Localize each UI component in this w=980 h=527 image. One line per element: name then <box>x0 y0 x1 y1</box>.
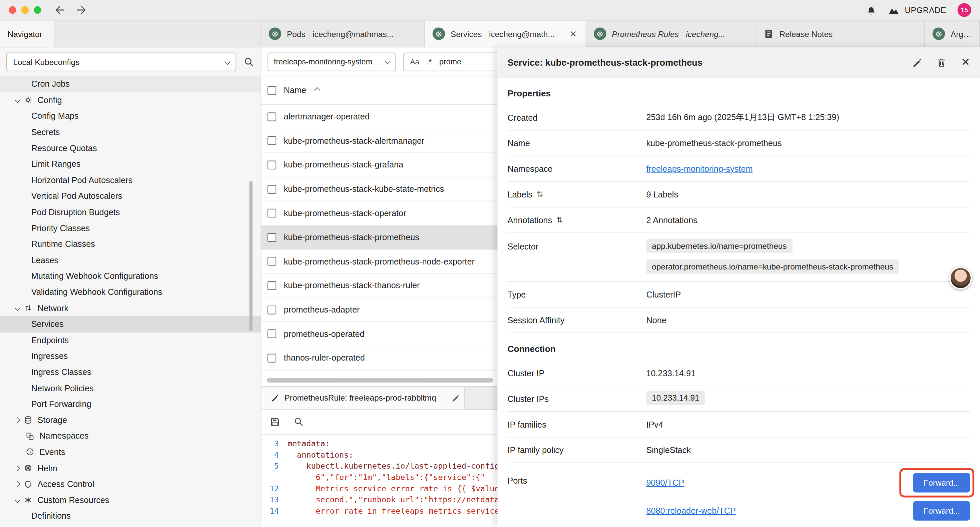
minimize-window-button[interactable] <box>21 6 29 14</box>
name-column-header[interactable]: Name <box>284 86 306 95</box>
floating-avatar[interactable] <box>949 267 972 289</box>
sort-ascending-icon[interactable] <box>314 87 321 93</box>
tab-prometheus-rules[interactable]: ☸ Prometheus Rules - icecheng... <box>586 21 757 47</box>
sidebar-item-resource-quotas[interactable]: Resource Quotas <box>0 140 261 156</box>
row-checkbox[interactable] <box>267 209 276 218</box>
sidebar-item-pod-disruption-budgets[interactable]: Pod Disruption Budgets <box>0 204 261 220</box>
forward-button-9090[interactable]: Forward... <box>913 473 970 492</box>
drawer-title: Service: kube-prometheus-stack-prometheu… <box>508 57 702 67</box>
sidebar-item-endpoints[interactable]: Endpoints <box>0 332 261 348</box>
port-link-9090[interactable]: 9090/TCP <box>646 478 684 487</box>
properties-heading: Properties <box>508 77 970 105</box>
sidebar-scrollbar[interactable] <box>250 181 253 331</box>
labels-row: Labels⇅ 9 Labels <box>508 182 970 207</box>
chevron-right-icon <box>14 465 20 471</box>
sidebar-item-limit-ranges[interactable]: Limit Ranges <box>0 156 261 172</box>
row-checkbox[interactable] <box>267 233 276 242</box>
resource-tree: Cron Jobs Config Config Maps Secrets Res… <box>0 76 261 524</box>
expand-updown-icon[interactable]: ⇅ <box>556 215 563 224</box>
kubernetes-cluster-icon: ☸ <box>594 27 606 40</box>
namespace-link[interactable]: freeleaps-monitoring-system <box>646 164 752 174</box>
sidebar-item-config-maps[interactable]: Config Maps <box>0 108 261 124</box>
search-value: prome <box>439 57 461 66</box>
close-window-button[interactable] <box>9 6 16 14</box>
navigator-sidebar: Local Kubeconfigs Cron Jobs Config Confi… <box>0 47 261 527</box>
close-icon[interactable]: ✕ <box>961 56 970 69</box>
dock-tab-prometheusrule[interactable]: PrometheusRule: freeleaps-prod-rabbitmq <box>261 387 446 409</box>
forward-icon[interactable] <box>76 5 88 15</box>
row-checkbox[interactable] <box>267 257 276 266</box>
sidebar-item-priority-classes[interactable]: Priority Classes <box>0 220 261 236</box>
sidebar-item-port-forwarding[interactable]: Port Forwarding <box>0 396 261 412</box>
notifications-bell-icon[interactable] <box>866 5 876 15</box>
sidebar-group-helm[interactable]: Helm <box>0 460 261 476</box>
expand-updown-icon[interactable]: ⇅ <box>537 190 543 199</box>
delete-trash-icon[interactable] <box>937 57 946 67</box>
cluster-ip-value: 10.233.14.91 <box>646 369 970 378</box>
tab-close-icon[interactable]: ✕ <box>568 29 578 39</box>
cluster-ips-chip: 10.233.14.91 <box>646 390 705 405</box>
row-checkbox[interactable] <box>267 161 276 169</box>
sidebar-item-network-policies[interactable]: Network Policies <box>0 380 261 396</box>
upgrade-button[interactable]: UPGRADE <box>887 5 946 15</box>
navigator-title: Navigator <box>0 21 55 47</box>
edit-pencil-icon[interactable] <box>912 57 922 67</box>
sidebar-item-namespaces[interactable]: Namespaces <box>0 428 261 444</box>
sidebar-group-storage[interactable]: Storage <box>0 412 261 428</box>
sidebar-item-cron-jobs[interactable]: Cron Jobs <box>0 76 261 92</box>
helm-wheel-icon <box>24 463 32 472</box>
type-row: Type ClusterIP <box>508 282 970 307</box>
row-checkbox[interactable] <box>267 330 276 338</box>
sidebar-item-validating-webhook-configurations[interactable]: Validating Webhook Configurations <box>0 284 261 300</box>
match-case-toggle[interactable]: Aa <box>410 57 419 66</box>
sidebar-item-mutating-webhook-configurations[interactable]: Mutating Webhook Configurations <box>0 268 261 284</box>
created-value: 253d 16h 6m ago (2025年1月13日 GMT+8 1:25:3… <box>646 112 970 123</box>
row-checkbox[interactable] <box>267 353 276 362</box>
zoom-window-button[interactable] <box>34 6 41 14</box>
namespace-filter-select[interactable]: freeleaps-monitoring-system <box>267 52 396 71</box>
sidebar-item-runtime-classes[interactable]: Runtime Classes <box>0 236 261 252</box>
back-icon[interactable] <box>54 5 65 15</box>
row-checkbox[interactable] <box>267 112 276 121</box>
sidebar-item-ingresses[interactable]: Ingresses <box>0 348 261 364</box>
sidebar-item-leases[interactable]: Leases <box>0 252 261 268</box>
regex-toggle[interactable]: .* <box>426 57 432 66</box>
sidebar-item-ingress-classes[interactable]: Ingress Classes <box>0 364 261 380</box>
sidebar-item-secrets[interactable]: Secrets <box>0 124 261 140</box>
forward-button-8080[interactable]: Forward... <box>913 502 970 521</box>
row-checkbox[interactable] <box>267 137 276 145</box>
config-gear-icon <box>24 96 32 104</box>
save-icon[interactable] <box>270 417 280 427</box>
tab-release-notes[interactable]: Release Notes <box>756 21 925 47</box>
name-value: kube-prometheus-stack-prometheus <box>646 139 970 148</box>
sidebar-item-horizontal-pod-autoscalers[interactable]: Horizontal Pod Autoscalers <box>0 172 261 188</box>
namespace-row: Namespace freeleaps-monitoring-system <box>508 156 970 182</box>
annotations-value: 2 Annotations <box>646 215 970 224</box>
select-all-checkbox[interactable] <box>267 86 276 95</box>
sidebar-item-vertical-pod-autoscalers[interactable]: Vertical Pod Autoscalers <box>0 188 261 204</box>
port-link-8080[interactable]: 8080:reloader-web/TCP <box>646 506 736 516</box>
tab-argo[interactable]: ☸ Argo Se... <box>925 21 980 47</box>
kubeconfig-selector[interactable]: Local Kubeconfigs <box>6 53 237 71</box>
tab-pods[interactable]: ☸ Pods - icecheng@mathmas... <box>261 21 425 47</box>
sidebar-item-definitions[interactable]: Definitions <box>0 508 261 524</box>
sidebar-item-services[interactable]: Services <box>0 316 261 332</box>
sidebar-group-config[interactable]: Config <box>0 92 261 108</box>
release-notes-icon <box>764 29 774 39</box>
selector-chip: operator.prometheus.io/name=kube-prometh… <box>646 260 899 274</box>
tab-services[interactable]: ☸ Services - icecheng@math... ✕ <box>425 21 586 47</box>
sidebar-group-network[interactable]: Network <box>0 300 261 316</box>
sidebar-search-icon[interactable] <box>244 57 255 67</box>
horizontal-scrollbar[interactable] <box>267 378 493 382</box>
type-value: ClusterIP <box>646 290 970 299</box>
row-checkbox[interactable] <box>267 281 276 290</box>
editor-search-icon[interactable] <box>294 417 304 427</box>
sidebar-group-custom-resources[interactable]: Custom Resources <box>0 492 261 508</box>
sidebar-item-events[interactable]: Events <box>0 444 261 460</box>
row-checkbox[interactable] <box>267 305 276 314</box>
row-checkbox[interactable] <box>267 185 276 193</box>
sidebar-group-access-control[interactable]: Access Control <box>0 476 261 492</box>
kubernetes-cluster-icon: ☸ <box>269 27 281 40</box>
dock-tab-partial[interactable] <box>446 387 465 409</box>
notification-count-badge[interactable]: 15 <box>958 3 971 17</box>
